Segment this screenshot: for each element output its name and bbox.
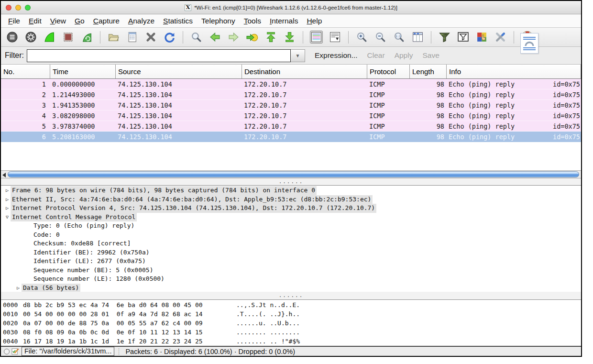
coloring-rules-icon[interactable] (475, 31, 488, 44)
open-file-icon[interactable] (107, 31, 120, 44)
hex-line[interactable]: 0000d8 bb 2c b9 53 ec 4a 74 6e ba d0 64 … (1, 300, 581, 309)
column-header[interactable]: Destination (242, 65, 367, 78)
find-packet-icon[interactable] (190, 31, 203, 44)
expand-arrow-icon[interactable] (25, 257, 32, 266)
detail-line[interactable]: Sequence number (LE): 1280 (0x0500) (1, 275, 581, 284)
column-header[interactable]: Protocol (367, 65, 410, 78)
save-file-icon[interactable] (126, 31, 139, 44)
packet-row[interactable]: 5 3.978374000 74.125.130.104 172.20.10.7… (1, 121, 581, 132)
close-window-button[interactable] (6, 5, 11, 11)
scroll-left-arrow-icon[interactable] (2, 173, 6, 177)
apply-button[interactable]: Apply (395, 51, 413, 60)
packet-row[interactable]: 2 1.214493000 74.125.130.104 172.20.10.7… (1, 89, 581, 100)
menu-item[interactable]: View (46, 16, 70, 26)
restart-capture-icon[interactable] (80, 31, 93, 44)
menu-item[interactable]: Help (302, 16, 326, 26)
expert-info-icon[interactable] (4, 349, 10, 354)
column-header[interactable]: Info (447, 65, 581, 78)
expand-arrow-icon[interactable]: ▷ (4, 204, 11, 213)
hex-dump-pane: 0000d8 bb 2c b9 53 ec 4a 74 6e ba d0 64 … (1, 299, 581, 346)
clear-button[interactable]: Clear (367, 51, 385, 60)
detail-line[interactable]: Sequence number (BE): 5 (0x0005) (1, 266, 581, 275)
go-to-packet-icon[interactable] (246, 31, 259, 44)
packet-row[interactable]: 6 5.208163000 74.125.130.104 172.20.10.7… (1, 132, 581, 142)
packet-row[interactable]: 3 1.941353000 74.125.130.104 172.20.10.7… (1, 100, 581, 110)
menu-item[interactable]: Tools (240, 16, 265, 26)
expand-arrow-icon[interactable] (25, 221, 32, 231)
start-capture-icon[interactable] (43, 31, 56, 44)
expand-arrow-icon[interactable] (25, 239, 32, 248)
colorize-packets-icon[interactable] (310, 31, 323, 44)
save-button[interactable]: Save (422, 51, 439, 60)
expand-arrow-icon[interactable]: ▷ (4, 186, 11, 195)
menu-item[interactable]: Statistics (159, 16, 197, 26)
menu-item[interactable]: Go (70, 16, 89, 26)
auto-scroll-icon[interactable] (329, 31, 341, 44)
detail-line[interactable]: Type: 0 (Echo (ping) reply) (1, 221, 581, 231)
column-header[interactable]: No. (1, 65, 50, 78)
pane-splitter[interactable]: ...... (1, 292, 581, 299)
close-file-icon[interactable] (144, 31, 157, 44)
menu-item[interactable]: Analyze (124, 16, 159, 26)
detail-line[interactable]: ▷Data (56 bytes) (1, 284, 581, 292)
expand-arrow-icon[interactable]: ▷ (4, 195, 11, 204)
packet-row[interactable]: 4 3.082098000 74.125.130.104 172.20.10.7… (1, 110, 581, 121)
pane-splitter[interactable]: ...... (1, 178, 581, 185)
reload-file-icon[interactable] (163, 31, 176, 44)
packet-row[interactable]: 1 0.000000000 74.125.130.104 172.20.10.7… (1, 79, 581, 89)
filter-label: Filter: (5, 51, 24, 60)
expand-arrow-icon[interactable] (25, 231, 32, 240)
stop-capture-icon[interactable] (62, 31, 75, 44)
preferences-icon[interactable] (494, 31, 507, 44)
detail-line[interactable]: Code: 0 (1, 231, 581, 240)
detail-line[interactable]: ▷Ethernet II, Src: 4a:74:6e:ba:d0:64 (4a… (1, 195, 581, 204)
capture-options-icon[interactable] (24, 31, 37, 44)
toolbar-separator (514, 31, 514, 44)
zoom-window-button[interactable] (25, 5, 31, 11)
filter-dropdown-button[interactable]: ▼ (291, 49, 305, 62)
detail-line[interactable]: Checksum: 0xde88 [correct] (1, 239, 581, 248)
display-filters-icon[interactable] (457, 31, 470, 44)
column-header[interactable]: Source (116, 65, 242, 78)
expand-arrow-icon[interactable] (25, 248, 32, 257)
menu-item[interactable]: Internals (265, 16, 302, 26)
filter-input[interactable] (27, 49, 291, 62)
menu-item[interactable]: Capture (89, 16, 124, 26)
toolbar-separator (303, 31, 303, 44)
detail-line[interactable]: Identifier (BE): 29962 (0x750a) (1, 248, 581, 257)
menu-item[interactable]: Telephony (197, 16, 240, 26)
detail-line[interactable]: ▷Frame 6: 98 bytes on wire (784 bits), 9… (1, 186, 581, 195)
detail-line[interactable]: ▽Internet Control Message Protocol (1, 213, 581, 222)
detail-line[interactable]: ▷Internet Protocol Version 4, Src: 74.12… (1, 204, 581, 213)
column-header[interactable]: Time (50, 65, 116, 78)
resize-columns-icon[interactable] (411, 31, 424, 44)
zoom-100-icon[interactable]: 1:1 (393, 31, 406, 44)
expand-arrow-icon[interactable]: ▽ (4, 213, 11, 222)
capture-comment-icon[interactable] (11, 348, 19, 355)
detail-line[interactable]: Identifier (LE): 2677 (0x0a75) (1, 257, 581, 266)
expand-arrow-icon[interactable]: ▷ (15, 284, 22, 292)
menu-item[interactable]: Edit (24, 16, 46, 26)
zoom-in-icon[interactable] (355, 31, 368, 44)
minimize-window-button[interactable] (15, 5, 21, 11)
go-to-bottom-icon[interactable] (283, 31, 296, 44)
hex-line[interactable]: 00200a 07 00 00 de 88 75 0a 00 05 55 a7 … (1, 319, 581, 328)
menu-item[interactable]: File (4, 16, 24, 26)
go-to-top-icon[interactable] (264, 31, 277, 44)
list-interfaces-icon[interactable] (6, 31, 19, 44)
go-forward-icon[interactable] (227, 31, 240, 44)
hex-line[interactable]: 004016 17 18 19 1a 1b 1c 1d 1e 1f 20 21 … (1, 337, 581, 346)
go-back-icon[interactable] (209, 31, 221, 44)
statusbar-splitter-icon[interactable]: ...... (119, 348, 121, 355)
hex-line[interactable]: 003008 f0 08 09 0a 0b 0c 0d 0e 0f 10 11 … (1, 328, 581, 337)
zoom-out-icon[interactable] (374, 31, 387, 44)
capture-filters-icon[interactable] (438, 31, 451, 44)
hex-line[interactable]: 001000 54 00 00 00 00 28 01 0f a9 4a 7d … (1, 309, 581, 319)
expand-arrow-icon[interactable] (25, 275, 32, 284)
expand-arrow-icon[interactable] (25, 266, 32, 275)
column-header[interactable]: Length (410, 65, 447, 78)
scrollbar-thumb[interactable] (8, 171, 579, 177)
expression-button[interactable]: Expression... (315, 51, 358, 60)
window-title: *Wi-Fi: en1 (icmp[0:1]=0) [Wireshark 1.1… (194, 5, 397, 11)
horizontal-scrollbar[interactable] (1, 170, 581, 178)
